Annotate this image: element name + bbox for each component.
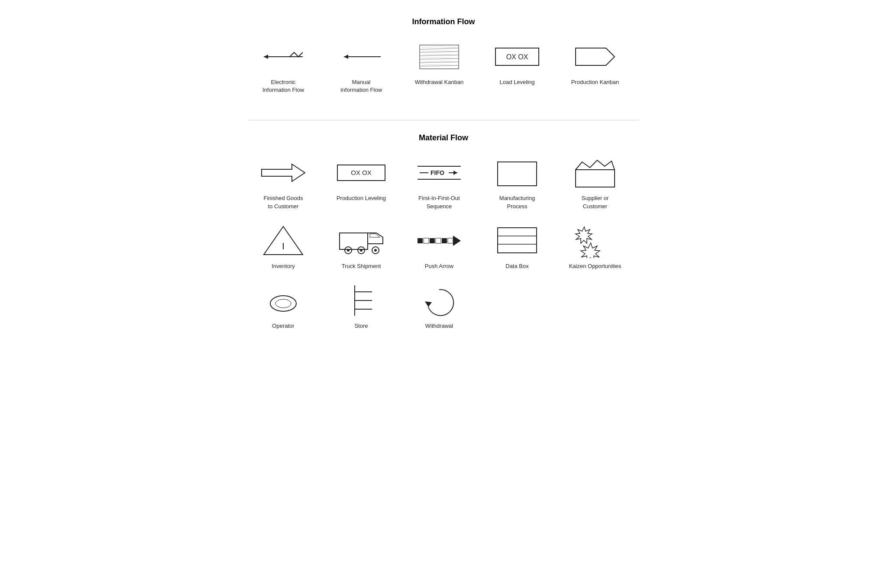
production-leveling-icon: OX OX <box>335 155 387 190</box>
symbol-finished-goods: Finished Goodsto Customer <box>249 155 318 210</box>
production-kanban-label: Production Kanban <box>571 78 619 86</box>
operator-icon <box>257 283 309 318</box>
information-flow-grid: ElectronicInformation Flow ManualInforma… <box>249 39 638 103</box>
svg-text:I: I <box>282 241 285 252</box>
symbol-supplier-customer: Supplier orCustomer <box>560 155 630 210</box>
kaizen-label: Kaizen Opportunities <box>569 262 622 270</box>
section-divider <box>249 120 638 120</box>
symbol-truck-shipment: Truck Shipment <box>327 223 396 270</box>
svg-text:OX OX: OX OX <box>506 53 528 61</box>
svg-rect-22 <box>576 170 615 187</box>
symbol-manual-info-flow: ManualInformation Flow <box>327 39 396 94</box>
svg-point-29 <box>347 249 350 252</box>
data-box-label: Data Box <box>505 262 528 270</box>
finished-goods-icon <box>257 155 309 190</box>
svg-marker-20 <box>453 171 457 175</box>
symbol-production-kanban: Production Kanban <box>560 39 630 94</box>
store-icon <box>335 283 387 318</box>
withdrawal-label: Withdrawal <box>425 322 453 330</box>
inventory-label: Inventory <box>272 262 295 270</box>
symbol-inventory: I Inventory <box>249 223 318 270</box>
svg-rect-36 <box>442 238 447 243</box>
withdrawal-icon <box>413 283 465 318</box>
svg-text:OX OX: OX OX <box>351 169 372 176</box>
svg-marker-38 <box>453 236 461 246</box>
manual-info-flow-label: ManualInformation Flow <box>340 78 382 94</box>
withdrawal-kanban-label: Withdrawal Kanban <box>415 78 464 86</box>
svg-rect-33 <box>424 238 429 243</box>
svg-rect-32 <box>418 238 423 243</box>
fifo-label: First-In-First-OutSequence <box>418 194 460 210</box>
page: Information Flow ElectronicInformation F… <box>249 17 638 356</box>
svg-marker-3 <box>344 55 348 59</box>
supplier-customer-label: Supplier orCustomer <box>582 194 609 210</box>
svg-point-43 <box>275 299 291 308</box>
kaizen-icon <box>569 223 621 258</box>
svg-line-6 <box>420 52 459 52</box>
finished-goods-label: Finished Goodsto Customer <box>263 194 303 210</box>
svg-line-5 <box>420 48 459 49</box>
symbol-operator: Operator <box>249 283 318 330</box>
symbol-kaizen: Kaizen Opportunities <box>560 223 630 270</box>
truck-shipment-icon <box>335 223 387 258</box>
material-flow-title: Material Flow <box>249 133 638 142</box>
fifo-icon: FIFO <box>413 155 465 190</box>
production-leveling-label: Production Leveling <box>337 194 386 202</box>
svg-line-9 <box>420 62 459 63</box>
svg-point-42 <box>270 296 296 311</box>
symbol-manufacturing-process: ManufacturingProcess <box>482 155 552 210</box>
svg-text:FIFO: FIFO <box>431 169 444 176</box>
svg-rect-35 <box>436 238 441 243</box>
supplier-customer-icon <box>569 155 621 190</box>
push-arrow-icon <box>413 223 465 258</box>
svg-line-10 <box>420 65 459 66</box>
symbol-production-leveling: OX OX Production Leveling <box>327 155 396 210</box>
push-arrow-label: Push Arrow <box>425 262 453 270</box>
symbol-store: Store <box>327 283 396 330</box>
operator-label: Operator <box>272 322 294 330</box>
svg-rect-25 <box>340 233 368 249</box>
load-leveling-label: Load Leveling <box>500 78 535 86</box>
data-box-icon <box>491 223 543 258</box>
symbol-data-box: Data Box <box>482 223 552 270</box>
svg-line-8 <box>420 58 459 59</box>
symbol-withdrawal: Withdrawal <box>405 283 474 330</box>
svg-line-7 <box>420 55 459 56</box>
svg-point-30 <box>360 249 363 252</box>
symbol-electronic-info-flow: ElectronicInformation Flow <box>249 39 318 94</box>
material-flow-grid: Finished Goodsto Customer OX OX Producti… <box>249 155 638 339</box>
manual-info-flow-icon <box>335 39 387 74</box>
information-flow-title: Information Flow <box>249 17 638 26</box>
manufacturing-process-label: ManufacturingProcess <box>499 194 535 210</box>
symbol-fifo: FIFO First-In-First-OutSequence <box>405 155 474 210</box>
electronic-info-flow-label: ElectronicInformation Flow <box>262 78 304 94</box>
svg-marker-49 <box>425 301 432 307</box>
production-kanban-icon <box>569 39 621 74</box>
svg-marker-1 <box>264 55 268 59</box>
withdrawal-kanban-icon <box>413 39 465 74</box>
inventory-icon: I <box>257 223 309 258</box>
svg-rect-37 <box>448 238 453 243</box>
svg-rect-21 <box>498 162 537 186</box>
symbol-load-leveling: OX OX Load Leveling <box>482 39 552 94</box>
truck-shipment-label: Truck Shipment <box>342 262 381 270</box>
electronic-info-flow-icon <box>257 39 309 74</box>
symbol-withdrawal-kanban: Withdrawal Kanban <box>405 39 474 94</box>
svg-point-31 <box>374 249 377 252</box>
svg-rect-39 <box>498 228 537 253</box>
svg-rect-34 <box>430 238 435 243</box>
symbol-push-arrow: Push Arrow <box>405 223 474 270</box>
manufacturing-process-icon <box>491 155 543 190</box>
store-label: Store <box>354 322 368 330</box>
load-leveling-icon: OX OX <box>491 39 543 74</box>
